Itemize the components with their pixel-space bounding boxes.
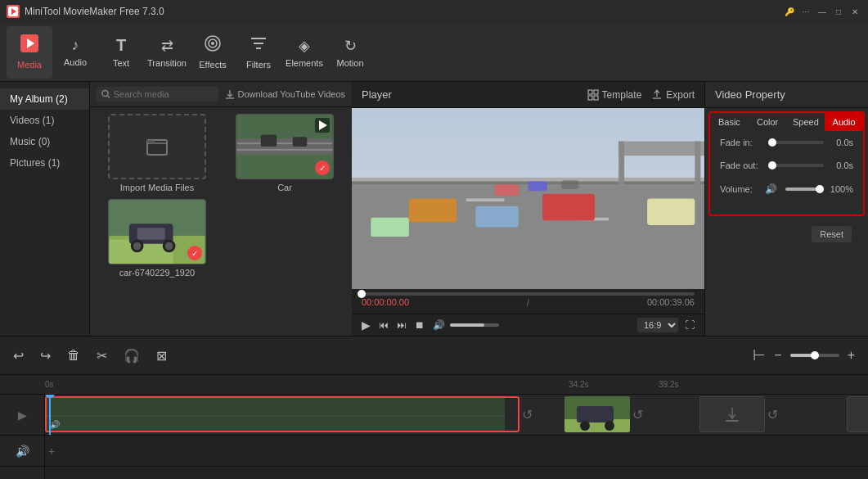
- volume-property-thumb[interactable]: [816, 185, 824, 193]
- tab-audio[interactable]: Audio: [825, 113, 863, 131]
- split-icon: ⊢: [753, 346, 766, 364]
- sidebar-item-album[interactable]: My Album (2): [0, 88, 89, 110]
- folder-icon: [146, 135, 169, 158]
- main-video-clip[interactable]: 🔊: [45, 396, 519, 432]
- track-label-video: ▶: [0, 395, 44, 436]
- svg-rect-70: [276, 398, 333, 432]
- toolbar-media[interactable]: Media: [7, 26, 52, 79]
- next-frame-button[interactable]: ⏭: [397, 319, 407, 331]
- property-body: Fade in: 0.0s Fade out: 0.0s: [710, 131, 863, 215]
- add-audio-track-button[interactable]: +: [48, 445, 55, 458]
- settings-button[interactable]: ⋯: [799, 5, 812, 18]
- svg-rect-21: [293, 137, 308, 147]
- progress-thumb[interactable]: [358, 290, 366, 298]
- delete-button[interactable]: 🗑: [64, 345, 83, 366]
- time-separator: /: [527, 297, 529, 309]
- volume-property-label: Volume:: [720, 184, 765, 194]
- zoom-in-button[interactable]: +: [844, 345, 858, 366]
- minimize-win-button[interactable]: —: [816, 5, 829, 18]
- close-button[interactable]: ✕: [848, 5, 861, 18]
- tab-basic[interactable]: Basic: [710, 113, 749, 131]
- volume-icon[interactable]: 🔊: [433, 319, 445, 331]
- import-media-item[interactable]: Import Media Files: [97, 114, 218, 192]
- sidebar-item-pictures[interactable]: Pictures (1): [0, 152, 89, 174]
- fade-in-slider[interactable]: [770, 141, 824, 144]
- zoom-track[interactable]: [790, 354, 839, 357]
- video-badge-icon: [315, 118, 330, 133]
- music-track: +: [45, 467, 868, 479]
- reset-button[interactable]: Reset: [812, 226, 852, 242]
- fade-out-thumb[interactable]: [768, 161, 776, 169]
- svg-rect-8: [254, 43, 263, 44]
- toolbar-filters[interactable]: Filters: [236, 26, 281, 79]
- tab-speed[interactable]: Speed: [787, 113, 825, 131]
- zoom-thumb[interactable]: [811, 351, 819, 359]
- stop-button[interactable]: ⏹: [415, 319, 425, 331]
- svg-rect-76: [337, 408, 360, 418]
- maximize-button[interactable]: □: [832, 5, 845, 18]
- player-area: Player Template Export: [352, 82, 704, 336]
- toolbar-transition[interactable]: ⇄ Transition: [144, 26, 190, 79]
- svg-rect-73: [310, 408, 326, 418]
- empty-slot-2[interactable]: [847, 396, 868, 432]
- svg-rect-51: [495, 184, 519, 196]
- sidebar-item-music[interactable]: Music (0): [0, 131, 89, 152]
- cut-button[interactable]: ✂: [93, 345, 110, 367]
- thumb-clip[interactable]: [564, 396, 630, 432]
- svg-rect-19: [237, 149, 333, 151]
- transition-arrow-1: ↺: [522, 396, 533, 432]
- import-thumb[interactable]: [108, 114, 206, 179]
- svg-rect-61: [133, 408, 153, 418]
- fade-in-label: Fade in:: [720, 138, 765, 147]
- car-image-thumb[interactable]: ✓: [108, 199, 206, 264]
- car-video-item[interactable]: ✓ Car: [224, 114, 345, 192]
- fade-out-slider[interactable]: [770, 164, 824, 167]
- volume-property-slider[interactable]: [785, 188, 824, 191]
- undo-button[interactable]: ↩: [10, 345, 27, 367]
- crop-button[interactable]: ⊠: [153, 345, 170, 367]
- zoom-out-button[interactable]: −: [771, 345, 785, 366]
- export-button[interactable]: Export: [651, 89, 695, 101]
- toolbar-effects[interactable]: Effects: [190, 26, 236, 79]
- fade-in-thumb[interactable]: [768, 138, 776, 147]
- clip-frame-2: [104, 398, 161, 432]
- redo-button[interactable]: ↪: [37, 345, 54, 367]
- toolbar-elements[interactable]: ◈ Elements: [281, 26, 327, 79]
- sidebar-item-videos[interactable]: Videos (1): [0, 110, 89, 131]
- svg-rect-31: [588, 90, 592, 94]
- search-input[interactable]: [114, 89, 214, 99]
- clip-volume-icon: 🔊: [50, 420, 60, 429]
- prev-frame-button[interactable]: ⏮: [379, 319, 389, 331]
- template-button[interactable]: Template: [587, 89, 642, 101]
- playhead[interactable]: [49, 395, 51, 435]
- svg-rect-18: [237, 142, 333, 144]
- download-youtube-button[interactable]: Download YouTube Videos: [225, 89, 346, 99]
- car-image-item[interactable]: ✓ car-6740229_1920: [97, 199, 218, 278]
- clip-frame-6: [333, 398, 390, 432]
- play-button[interactable]: ▶: [362, 319, 371, 332]
- car-thumb[interactable]: ✓: [236, 114, 334, 179]
- minimize-button[interactable]: 🔑: [783, 5, 796, 18]
- audio-icon: ♪: [72, 37, 79, 54]
- tab-color[interactable]: Color: [749, 113, 787, 131]
- audio-button[interactable]: 🎧: [120, 345, 143, 367]
- volume-slider[interactable]: [450, 323, 499, 327]
- toolbar-audio[interactable]: ♪ Audio: [52, 26, 98, 79]
- progress-track[interactable]: [362, 292, 695, 296]
- filters-icon: [250, 34, 268, 56]
- toolbar-text[interactable]: T Text: [98, 26, 144, 79]
- effects-label: Effects: [199, 60, 226, 70]
- fullscreen-button[interactable]: ⛶: [685, 319, 695, 331]
- svg-rect-71: [276, 411, 333, 427]
- time-total: 00:00:39.06: [647, 297, 695, 309]
- add-music-track-button[interactable]: +: [48, 476, 55, 479]
- search-box[interactable]: [97, 87, 218, 102]
- app-icon: [7, 5, 20, 18]
- svg-rect-66: [218, 398, 276, 432]
- toolbar-motion[interactable]: ↻ Motion: [327, 26, 373, 79]
- aspect-ratio-select[interactable]: 16:9 9:16 4:3 1:1: [637, 318, 678, 332]
- content-area: My Album (2) Videos (1) Music (0) Pictur…: [0, 82, 868, 336]
- player-title: Player: [362, 88, 392, 101]
- empty-slot-1[interactable]: [699, 396, 765, 432]
- text-label: Text: [113, 58, 129, 68]
